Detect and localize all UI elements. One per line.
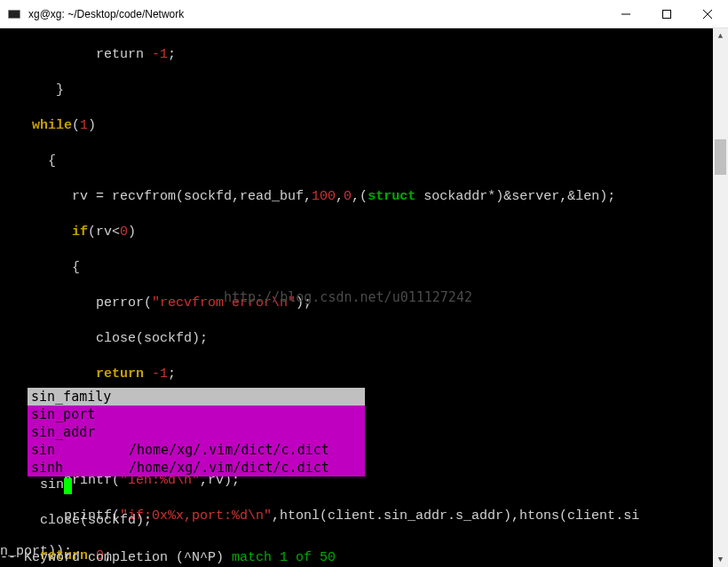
titlebar: xg@xg: ~/Desktop/code/Network [0, 0, 728, 28]
code-content: return -1; } while(1) { rv = recvfrom(so… [0, 28, 639, 567]
window-controls [605, 0, 728, 28]
scrollbar-track[interactable] [713, 43, 728, 552]
scrollbar-thumb[interactable] [715, 139, 726, 175]
text-cursor [64, 478, 72, 494]
completion-item[interactable]: sin_port [28, 406, 365, 423]
current-input-line: sin [0, 476, 72, 494]
completion-item[interactable]: sinh/home/xg/.vim/dict/c.dict [28, 459, 365, 476]
vertical-scrollbar[interactable]: ▲ ▼ [713, 28, 728, 567]
scroll-up-arrow[interactable]: ▲ [713, 28, 728, 43]
completion-item[interactable]: sin_addr [28, 423, 365, 441]
vim-statusline: -- Keyword completion (^N^P) match 1 of … [0, 549, 336, 567]
app-icon [7, 7, 21, 21]
terminal-area[interactable]: return -1; } while(1) { rv = recvfrom(so… [0, 28, 728, 567]
svg-rect-3 [663, 10, 671, 18]
maximize-button[interactable] [646, 0, 687, 28]
minimize-button[interactable] [605, 0, 646, 28]
completion-item[interactable]: sin/home/xg/.vim/dict/c.dict [28, 441, 365, 459]
window-title: xg@xg: ~/Desktop/code/Network [28, 8, 605, 20]
completion-item-selected[interactable]: sin_family [28, 388, 365, 406]
close-button[interactable] [687, 0, 728, 28]
scroll-down-arrow[interactable]: ▼ [713, 552, 728, 567]
completion-popup[interactable]: sin_family sin_port sin_addr sin/home/xg… [28, 388, 365, 476]
svg-rect-1 [9, 11, 20, 18]
